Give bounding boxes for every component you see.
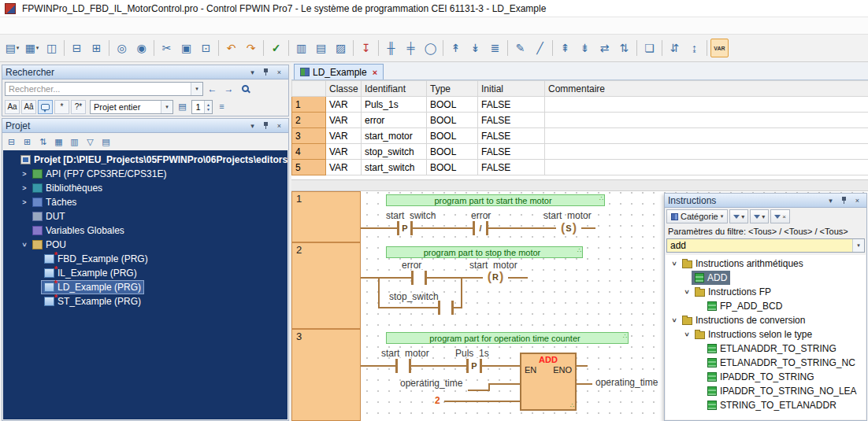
insert-network-below-button[interactable]: ↡ — [466, 39, 484, 57]
function-block-add[interactable]: ADD EN ENO ∴ — [520, 353, 577, 411]
instruction-tree-item[interactable]: > Instructions de conversion — [666, 313, 866, 327]
instruction-filter-input[interactable] — [667, 239, 852, 252]
row-number-cell[interactable]: 2 — [292, 113, 326, 128]
undo-button[interactable]: ↶ — [222, 39, 240, 57]
type-cell[interactable]: BOOL — [427, 97, 478, 113]
network-list-button[interactable]: ≣ — [486, 39, 504, 57]
rung-number-cell[interactable]: 2 — [291, 242, 361, 329]
cut-button[interactable]: ✂ — [158, 39, 176, 57]
chevron-down-icon[interactable]: ▾ — [852, 239, 864, 252]
closed-contact-button[interactable]: ╪ — [402, 39, 420, 57]
coil-reset[interactable]: (R) — [483, 269, 508, 285]
copy-button[interactable]: ▣ — [177, 39, 195, 57]
filter-type-button[interactable]: ▾ — [750, 209, 769, 223]
project-tree-item[interactable]: > FBD_Example (PRG) — [3, 252, 287, 266]
resize-handle-icon[interactable]: ∴ — [570, 402, 574, 409]
rung-comment[interactable]: program part to stop the motor ∴ — [386, 246, 583, 258]
chevron-down-icon[interactable]: ▾ — [825, 195, 836, 206]
initial-cell[interactable]: FALSE — [478, 128, 545, 144]
protect-button[interactable]: ⊡ — [197, 39, 215, 57]
classe-cell[interactable]: VAR — [326, 113, 362, 128]
edit-mode-button[interactable]: ✎ — [511, 39, 529, 57]
type-cell[interactable]: BOOL — [427, 113, 478, 128]
resize-handle-icon[interactable]: ∴ — [599, 195, 603, 202]
row-number-cell[interactable]: 1 — [292, 97, 326, 113]
new-file-button[interactable]: ▤ — [3, 39, 21, 57]
instruction-tree-item[interactable]: > Instructions arithmétiques — [666, 257, 866, 271]
search-forward-button[interactable]: → — [221, 82, 236, 96]
instruction-tree-item[interactable]: > ETLANADDR_TO_STRING_NC — [666, 356, 866, 370]
classe-cell[interactable]: VAR — [326, 128, 362, 144]
search-input[interactable] — [6, 84, 191, 94]
project-tree-item[interactable]: > LD_Example (PRG) — [3, 280, 287, 294]
library-view-button[interactable]: ▦ — [51, 135, 66, 149]
commentaire-cell[interactable] — [545, 144, 868, 160]
io-view-button[interactable]: ↨ — [685, 39, 703, 57]
expander-icon[interactable]: > — [20, 198, 29, 206]
result-list-button[interactable]: ≡ — [214, 100, 229, 114]
find-in-project-button[interactable]: ◉ — [132, 39, 150, 57]
classe-cell[interactable]: VAR — [326, 160, 362, 175]
expander-icon[interactable]: > — [20, 240, 28, 249]
open-project-button[interactable]: ▦ — [23, 39, 41, 57]
output-label[interactable]: operating_time — [595, 377, 658, 388]
contact-rising-edge[interactable]: P — [397, 220, 413, 236]
chevron-down-icon[interactable]: ▾ — [247, 120, 258, 131]
coil-button[interactable]: ◯ — [421, 39, 440, 57]
coil-set[interactable]: (S) — [556, 220, 581, 236]
search-back-button[interactable]: ← — [205, 82, 220, 96]
var-view-toggle-button[interactable]: VAR — [710, 39, 729, 57]
pin-icon[interactable] — [260, 120, 272, 131]
menu-item[interactable] — [46, 24, 60, 28]
contact-label[interactable]: error — [402, 260, 421, 271]
download-button[interactable]: ↧ — [357, 39, 375, 57]
contact-label[interactable]: Puls_1s — [455, 348, 489, 359]
initial-cell[interactable]: FALSE — [478, 113, 545, 128]
identifiant-cell[interactable]: error — [362, 113, 427, 128]
collapse-all-button[interactable]: ⊟ — [4, 135, 19, 149]
chevron-down-icon[interactable]: ▾ — [191, 83, 202, 95]
rung-comment[interactable]: program part to start the motor ∴ — [386, 194, 605, 206]
initial-cell[interactable]: FALSE — [478, 160, 545, 175]
contact-label[interactable]: start_motor — [381, 348, 429, 359]
project-tree-item[interactable]: > Tâches — [3, 195, 287, 209]
type-cell[interactable]: BOOL — [427, 144, 478, 160]
scope-browse-button[interactable]: ▤ — [175, 100, 190, 114]
menu-item[interactable] — [32, 24, 46, 28]
header-classe[interactable]: Classe — [326, 81, 362, 97]
close-icon[interactable]: × — [273, 67, 285, 78]
print-preview-button[interactable]: ⊞ — [87, 39, 106, 57]
category-button[interactable]: Catégorie ▾ — [666, 209, 728, 223]
splitter[interactable] — [291, 179, 868, 191]
print-button[interactable]: ⊟ — [68, 39, 86, 57]
expand-all-button[interactable]: ⊞ — [20, 135, 35, 149]
search-go-button[interactable] — [238, 82, 253, 96]
identifiant-cell[interactable]: stop_switch — [362, 144, 427, 160]
filter-clear-button[interactable]: × — [770, 209, 790, 223]
instruction-tree-item[interactable]: > STRING_TO_ETLANADDR — [666, 398, 866, 412]
row-number-cell[interactable]: 3 — [292, 128, 326, 144]
chevron-down-icon[interactable]: ▾ — [161, 101, 172, 113]
wildcard-any-button[interactable]: ?* — [71, 100, 86, 114]
rung-number-cell[interactable]: 3 — [291, 329, 361, 421]
project-tree-item[interactable]: > ST_Example (PRG) — [3, 294, 287, 308]
project-tree-item[interactable]: > Variables Globales — [3, 223, 287, 238]
tab-ld-example[interactable]: LD_Example × — [294, 64, 384, 79]
instruction-filter-combo[interactable]: ▾ — [666, 238, 865, 253]
identifiant-cell[interactable]: Puls_1s — [362, 97, 427, 113]
spinner-arrows[interactable]: ▲▼ — [204, 101, 212, 113]
find-button[interactable]: ◎ — [113, 39, 131, 57]
classe-cell[interactable]: VAR — [326, 144, 362, 160]
comment-button[interactable]: ❏ — [640, 39, 658, 57]
expander-icon[interactable]: > — [20, 184, 29, 192]
chevron-down-icon[interactable]: ▾ — [247, 67, 258, 78]
match-accent-button[interactable]: Aâ — [21, 100, 36, 114]
filter-button[interactable]: ▽ — [83, 135, 98, 149]
hardware-view-button[interactable]: ▥ — [67, 135, 82, 149]
swap-button[interactable]: ⇄ — [595, 39, 614, 57]
expander-icon[interactable]: > — [670, 316, 678, 325]
instruction-tree-item[interactable]: > IPADDR_TO_STRING_NO_LEA — [666, 384, 866, 398]
menu-item[interactable] — [74, 24, 88, 28]
coil-label[interactable]: start_motor — [543, 210, 592, 221]
pou-list-button[interactable]: ▥ — [292, 39, 310, 57]
